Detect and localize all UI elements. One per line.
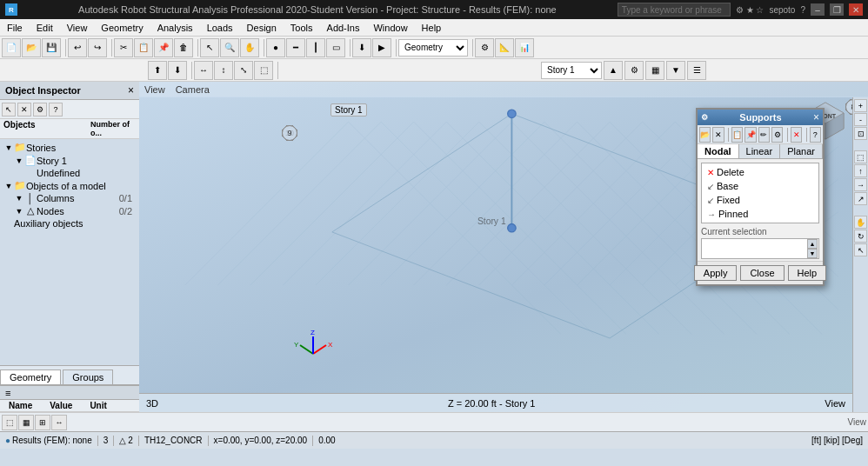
btb-2[interactable]: ▦ bbox=[18, 415, 34, 430]
rt-view3d[interactable]: ⬚ bbox=[854, 150, 867, 163]
tb-redo[interactable]: ↪ bbox=[88, 38, 107, 57]
menu-help[interactable]: Help bbox=[415, 19, 449, 36]
current-selection-field[interactable]: ▲ ▼ bbox=[701, 238, 819, 259]
menu-edit[interactable]: Edit bbox=[30, 19, 60, 36]
rt-rotate[interactable]: ↻ bbox=[854, 230, 867, 243]
list-item-base[interactable]: ↙ Base bbox=[704, 179, 817, 193]
dlg-tb-del2[interactable]: ✕ bbox=[791, 127, 802, 143]
tb-new[interactable]: 📄 bbox=[2, 38, 21, 57]
tb-extra3[interactable]: 📊 bbox=[515, 38, 534, 57]
tb-extra1[interactable]: ⚙ bbox=[475, 38, 494, 57]
sel-scroll-down[interactable]: ▼ bbox=[807, 249, 818, 258]
help-button[interactable]: ? bbox=[800, 5, 805, 15]
tree-auxiliary[interactable]: Auxiliary objects bbox=[2, 217, 137, 230]
oi-close-btn[interactable]: × bbox=[128, 84, 134, 97]
oi-tb-2[interactable]: ✕ bbox=[17, 103, 31, 116]
tb-run[interactable]: ▶ bbox=[372, 38, 391, 57]
tab-planar[interactable]: Planar bbox=[780, 144, 823, 158]
tree-nodes[interactable]: ▼ △ Nodes 0/2 bbox=[2, 204, 137, 217]
tb-node[interactable]: ● bbox=[266, 38, 285, 57]
tb-save[interactable]: 💾 bbox=[42, 38, 61, 57]
tb-beam[interactable]: ━ bbox=[286, 38, 305, 57]
menu-analysis[interactable]: Analysis bbox=[150, 19, 200, 36]
tab-nodal[interactable]: Nodal bbox=[698, 144, 739, 158]
dlg-tb-edit[interactable]: ✏ bbox=[758, 127, 770, 143]
menu-geometry[interactable]: Geometry bbox=[94, 19, 150, 36]
rt-zoom-out[interactable]: - bbox=[854, 113, 867, 126]
menu-loads[interactable]: Loads bbox=[200, 19, 240, 36]
tb-slab[interactable]: ▭ bbox=[326, 38, 345, 57]
tb-cut[interactable]: ✂ bbox=[114, 38, 133, 57]
rt-pan2[interactable]: ✋ bbox=[854, 216, 867, 229]
viewport-menu-view[interactable]: View bbox=[144, 84, 165, 95]
tb2-3[interactable]: ↔ bbox=[194, 61, 213, 80]
story-up[interactable]: ▲ bbox=[604, 61, 623, 80]
tb2-1[interactable]: ⬆ bbox=[148, 61, 167, 80]
rt-zoom-in[interactable]: + bbox=[854, 99, 867, 112]
geometry-combo[interactable]: Geometry Results bbox=[398, 39, 468, 57]
tb2-5[interactable]: ⤡ bbox=[234, 61, 253, 80]
tb-zoom[interactable]: 🔍 bbox=[220, 38, 239, 57]
sel-scroll-up[interactable]: ▲ bbox=[807, 239, 818, 249]
btb-1[interactable]: ⬚ bbox=[2, 415, 17, 430]
restore-button[interactable]: ❐ bbox=[830, 3, 844, 16]
dlg-tb-props[interactable]: ⚙ bbox=[771, 127, 783, 143]
tb-pan[interactable]: ✋ bbox=[240, 38, 259, 57]
story-combo[interactable]: Story 1 bbox=[541, 62, 602, 79]
list-item-pinned[interactable]: → Pinned bbox=[704, 207, 817, 221]
close-dialog-button[interactable]: Close bbox=[740, 265, 784, 281]
menu-design[interactable]: Design bbox=[240, 19, 284, 36]
oi-tb-3[interactable]: ⚙ bbox=[33, 103, 47, 116]
rt-select2[interactable]: ↖ bbox=[854, 243, 867, 256]
tb-load[interactable]: ⬇ bbox=[352, 38, 371, 57]
tb-extra2[interactable]: 📐 bbox=[495, 38, 514, 57]
dlg-tb-delete[interactable]: ✕ bbox=[712, 127, 724, 143]
tb2-4[interactable]: ↕ bbox=[214, 61, 233, 80]
dlg-tb-open[interactable]: 📂 bbox=[699, 127, 711, 143]
rt-fit[interactable]: ⊡ bbox=[854, 127, 867, 140]
rt-top[interactable]: ↑ bbox=[854, 164, 867, 177]
oi-tb-4[interactable]: ? bbox=[49, 103, 63, 116]
menu-file[interactable]: File bbox=[0, 19, 30, 36]
help-dialog-button[interactable]: Help bbox=[788, 265, 827, 281]
tab-groups[interactable]: Groups bbox=[63, 369, 113, 384]
list-item-delete[interactable]: ✕ Delete bbox=[704, 165, 817, 179]
apply-button[interactable]: Apply bbox=[694, 265, 738, 281]
tb2-2[interactable]: ⬇ bbox=[168, 61, 187, 80]
tree-story1[interactable]: ▼ 📄 Story 1 bbox=[2, 154, 137, 167]
story-list[interactable]: ☰ bbox=[687, 61, 706, 80]
dlg-tb-copy[interactable]: 📋 bbox=[731, 127, 743, 143]
tree-model-objects[interactable]: ▼ 📁 Objects of a model bbox=[2, 179, 137, 192]
tab-geometry[interactable]: Geometry bbox=[0, 369, 61, 384]
tree-stories[interactable]: ▼ 📁 Stories bbox=[2, 141, 137, 154]
tb-undo[interactable]: ↩ bbox=[68, 38, 87, 57]
dialog-close-btn[interactable]: × bbox=[813, 111, 819, 123]
rt-side[interactable]: ↗ bbox=[854, 192, 867, 205]
tb-delete[interactable]: 🗑 bbox=[174, 38, 193, 57]
tb-paste[interactable]: 📌 bbox=[154, 38, 173, 57]
minimize-button[interactable]: – bbox=[811, 3, 825, 16]
dlg-tb-help[interactable]: ? bbox=[810, 127, 821, 143]
tb2-6[interactable]: ⬚ bbox=[254, 61, 273, 80]
tb-open[interactable]: 📂 bbox=[22, 38, 41, 57]
btb-4[interactable]: ↔ bbox=[51, 415, 67, 430]
story-down[interactable]: ▼ bbox=[666, 61, 685, 80]
story-table[interactable]: ▦ bbox=[645, 61, 664, 80]
search-input[interactable] bbox=[618, 3, 731, 17]
tb-copy[interactable]: 📋 bbox=[134, 38, 153, 57]
oi-tb-1[interactable]: ↖ bbox=[2, 103, 16, 116]
dlg-tb-paste[interactable]: 📌 bbox=[744, 127, 756, 143]
menu-addins[interactable]: Add-Ins bbox=[320, 19, 367, 36]
tree-undefined[interactable]: Undefined bbox=[2, 167, 137, 179]
tb-select[interactable]: ↖ bbox=[200, 38, 219, 57]
menu-tools[interactable]: Tools bbox=[284, 19, 320, 36]
story-settings[interactable]: ⚙ bbox=[624, 61, 644, 80]
viewport-menu-camera[interactable]: Camera bbox=[176, 84, 210, 95]
rt-front[interactable]: → bbox=[854, 178, 867, 191]
menu-window[interactable]: Window bbox=[366, 19, 414, 36]
menu-view[interactable]: View bbox=[60, 19, 95, 36]
tree-columns[interactable]: ▼ │ Columns 0/1 bbox=[2, 192, 137, 204]
tab-linear[interactable]: Linear bbox=[739, 144, 781, 158]
list-item-fixed[interactable]: ↙ Fixed bbox=[704, 193, 817, 207]
btb-3[interactable]: ⊞ bbox=[35, 415, 50, 430]
